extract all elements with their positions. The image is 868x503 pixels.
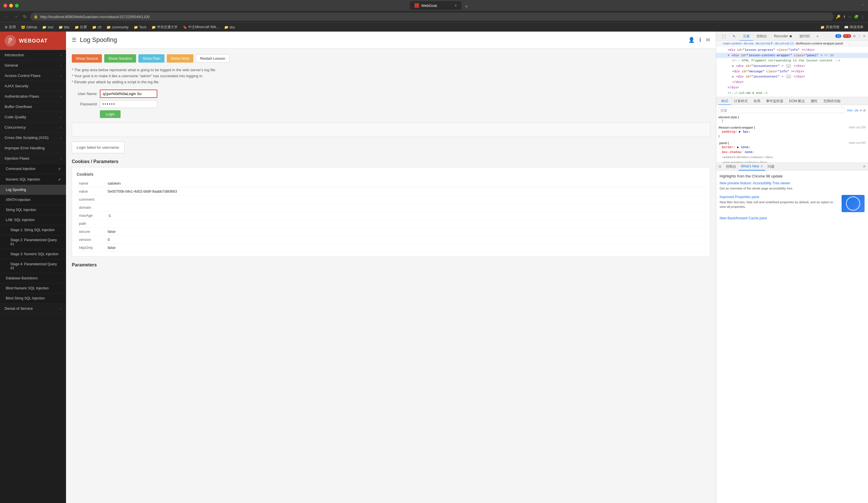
sidebar-item-blind-numeric[interactable]: Blind Numeric SQL Injection bbox=[0, 283, 66, 294]
sidebar-item-ajax[interactable]: AJAX Security bbox=[0, 81, 66, 91]
sidebar-item-general[interactable]: General › bbox=[0, 60, 66, 71]
breadcrumb-col-md-8[interactable]: div.col-md-8 bbox=[756, 42, 773, 45]
issues-bottom-tab[interactable]: 问题 bbox=[765, 163, 777, 171]
bookmark-star-icon[interactable]: ☆ bbox=[848, 14, 851, 19]
devtools-settings-icon[interactable]: ⚙ bbox=[853, 34, 856, 38]
devtools-tab-sources[interactable]: 源代码 bbox=[796, 32, 813, 41]
sidebar-item-string-sql[interactable]: String SQL Injection bbox=[0, 205, 66, 215]
styles-filter-input[interactable] bbox=[719, 107, 845, 113]
refresh-button[interactable]: ↻ bbox=[22, 13, 28, 21]
expand-btn-2[interactable]: ... bbox=[786, 75, 791, 79]
sidebar-item-access-control[interactable]: Access Control Flaws › bbox=[0, 71, 66, 81]
maximize-button[interactable] bbox=[15, 4, 19, 8]
bookmark-reading-list[interactable]: 📖 阅读清单 bbox=[842, 24, 866, 31]
sidebar-item-injection-flaws[interactable]: Injection Flaws › bbox=[0, 153, 66, 164]
tab-close-button[interactable]: ✕ bbox=[454, 4, 457, 8]
close-button[interactable] bbox=[3, 4, 7, 8]
bookmark-university[interactable]: 📁 华东交通大学 bbox=[149, 24, 180, 31]
sidebar-item-db-backdoors[interactable]: Database Backdoors bbox=[0, 273, 66, 283]
sidebar-item-error-handling[interactable]: Improper Error Handling bbox=[0, 143, 66, 153]
computed-tab[interactable]: 计算样式 bbox=[731, 97, 751, 105]
whatsnew-link-2[interactable]: Improved Properties pane bbox=[720, 195, 839, 199]
active-tab[interactable]: WebGoat ✕ bbox=[410, 1, 462, 10]
sidebar-item-numeric-sql[interactable]: Numeric SQL Injection ✔ bbox=[0, 174, 66, 185]
new-tab-button[interactable]: + bbox=[463, 4, 471, 10]
devtools-dock-icon[interactable]: ✕ bbox=[863, 34, 866, 38]
window-control-1[interactable]: ⌃ bbox=[861, 3, 865, 8]
bookmark-doc[interactable]: 📁 doc bbox=[222, 24, 237, 31]
sidebar-item-stage3[interactable]: Stage 3: Numeric SQL Injection bbox=[0, 249, 66, 259]
devtools-more-icon[interactable]: ⋮ bbox=[858, 34, 861, 38]
sidebar-item-command-injection[interactable]: Command Injection ✔ bbox=[0, 164, 66, 174]
devtools-tab-more[interactable]: » bbox=[813, 32, 822, 41]
sidebar-item-lab-sql[interactable]: LAB: SQL Injection bbox=[0, 215, 66, 225]
styles-tab[interactable]: 样式 bbox=[719, 97, 731, 105]
hamburger-icon[interactable]: ☰ bbox=[72, 37, 76, 43]
sidebar-item-introduction[interactable]: Introduction › bbox=[0, 50, 66, 60]
sidebar-item-blind-string[interactable]: Blind String SQL Injection bbox=[0, 294, 66, 304]
whatsnew-link-3[interactable]: New Back/forward Cache pane bbox=[720, 216, 865, 220]
bookmark-github[interactable]: 🐱 GitHub bbox=[19, 24, 39, 31]
back-button[interactable]: ← bbox=[3, 13, 10, 20]
sidebar-item-dos[interactable]: Denial of Service › bbox=[0, 304, 66, 314]
show-solution-button[interactable]: Show Solution bbox=[104, 54, 136, 63]
info-icon[interactable]: ℹ bbox=[699, 37, 701, 43]
breadcrumb-col-md-12[interactable]: div.col-md-12 bbox=[775, 42, 794, 45]
devtools-tab-elements[interactable]: 元素 bbox=[740, 32, 753, 41]
restart-lesson-button[interactable]: Restart Lesson bbox=[196, 54, 229, 63]
sidebar-item-xss[interactable]: Cross-Site Scripting (XSS) › bbox=[0, 133, 66, 143]
bookmark-apps[interactable]: ⚙ 应用 bbox=[2, 24, 18, 31]
extension-icon[interactable]: 🧩 bbox=[854, 14, 858, 19]
sidebar-item-stage1[interactable]: Stage 1: String SQL Injection bbox=[0, 225, 66, 235]
bookmark-minecraft[interactable]: 🔖 中文Minecraft Wik... bbox=[180, 24, 221, 31]
more-icon[interactable]: ⋮ bbox=[861, 14, 865, 19]
sidebar-logo[interactable]: WEBGOAT bbox=[0, 32, 66, 50]
user-icon[interactable]: 👤 bbox=[688, 37, 695, 43]
expand-styles-button[interactable]: ⊞ bbox=[863, 109, 866, 112]
whatsnew-close-icon[interactable]: ✕ bbox=[761, 162, 763, 170]
sidebar-item-xpath[interactable]: XPATH Injection bbox=[0, 195, 66, 205]
share-icon[interactable]: ⬆ bbox=[843, 14, 846, 19]
event-listeners-tab[interactable]: 事件监听器 bbox=[763, 97, 786, 105]
bookmark-community[interactable]: 📁 community bbox=[104, 24, 131, 31]
add-style-button[interactable]: + bbox=[860, 108, 862, 113]
password-input[interactable] bbox=[100, 100, 157, 108]
bookmark-tech[interactable]: 📁 Tech bbox=[132, 24, 149, 31]
username-input[interactable] bbox=[100, 90, 157, 98]
bookmark-bisai[interactable]: 📁 比赛 bbox=[72, 24, 89, 31]
bookmark-other[interactable]: 📁 其他书签 bbox=[818, 24, 842, 31]
login-button[interactable]: Login bbox=[100, 110, 121, 118]
profile-icon[interactable]: 🔑 bbox=[836, 14, 840, 19]
forward-button[interactable]: → bbox=[13, 13, 20, 20]
cls-button[interactable]: .cls bbox=[854, 109, 858, 112]
accessibility-tab[interactable]: 无障碍功能 bbox=[820, 97, 843, 105]
close-bottom-panel-icon[interactable]: ✕ bbox=[863, 165, 866, 168]
bookmark-ctf[interactable]: 📁 ctf bbox=[90, 24, 104, 31]
devtools-tab-console[interactable]: 控制台 bbox=[753, 32, 771, 41]
sidebar-item-code-quality[interactable]: Code Quality › bbox=[0, 112, 66, 122]
breadcrumb-div-row[interactable]: div.row bbox=[744, 42, 754, 45]
minimize-button[interactable] bbox=[9, 4, 13, 8]
address-bar[interactable]: 🔒 http://localhost:8080/WebGoat/start.mv… bbox=[30, 13, 834, 21]
show-source-button[interactable]: Show Source bbox=[72, 54, 102, 63]
hov-button[interactable]: :hov bbox=[847, 109, 853, 112]
bookmark-bbs[interactable]: 📁 bbs bbox=[56, 24, 72, 31]
whatsnew-link-1[interactable]: New preview feature: Accessibility Tree … bbox=[720, 181, 865, 185]
show-hints-button[interactable]: Show Hints bbox=[167, 54, 194, 63]
sidebar-item-concurrency[interactable]: Concurrency › bbox=[0, 122, 66, 133]
layout-tab[interactable]: 布局 bbox=[751, 97, 763, 105]
sidebar-item-stage4[interactable]: Stage 4: Parameterized Query #2 bbox=[0, 259, 66, 273]
sidebar-item-auth-flaws[interactable]: Authentication Flaws › bbox=[0, 91, 66, 102]
whatsnew-bottom-tab[interactable]: What's New ✕ bbox=[738, 163, 765, 171]
bottom-panel-icon[interactable]: ⊟ bbox=[719, 165, 721, 168]
devtools-tab-recorder[interactable]: Recorder ⏺ bbox=[771, 32, 796, 41]
sidebar-item-log-spoofing[interactable]: Log Spoofing bbox=[0, 185, 66, 195]
breadcrumb-main-content[interactable]: main-content bbox=[723, 42, 742, 45]
sidebar-item-stage2[interactable]: Stage 2: Parameterized Query #1 bbox=[0, 235, 66, 249]
devtools-tab-inspector-icon[interactable]: ⬚ bbox=[719, 32, 729, 41]
bookmark-tool[interactable]: 📁 tool bbox=[40, 24, 55, 31]
devtools-tab-pointer-icon[interactable]: ↖ bbox=[729, 32, 740, 41]
expand-btn-1[interactable]: ... bbox=[786, 64, 791, 68]
mail-icon[interactable]: ✉ bbox=[706, 37, 710, 43]
dom-breakpoints-tab[interactable]: DOM 断点 bbox=[786, 97, 808, 105]
